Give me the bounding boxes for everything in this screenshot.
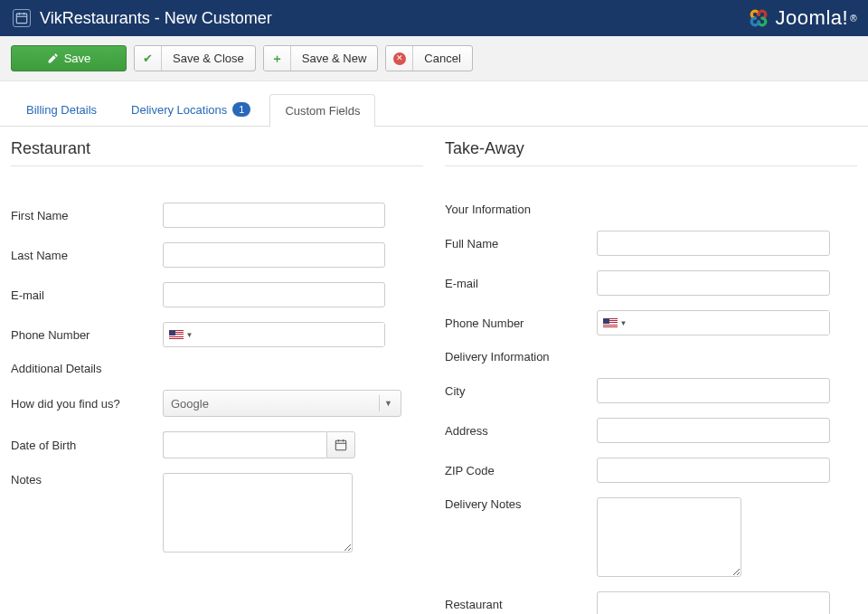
label-delivery-notes: Delivery Notes <box>445 497 597 511</box>
calendar-icon <box>335 439 347 451</box>
label-dob: Date of Birth <box>11 439 163 452</box>
label-phone: Phone Number <box>11 328 163 342</box>
ta-phone-field: ▼ <box>597 310 830 335</box>
cancel-label: Cancel <box>413 46 471 71</box>
save-new-label: Save & New <box>291 46 378 71</box>
svg-rect-4 <box>335 440 345 450</box>
registered-mark: ® <box>850 14 857 24</box>
how-find-value: Google <box>171 397 379 411</box>
restaurant-section: Restaurant First Name Last Name E-mail P… <box>11 139 423 614</box>
phone-country-selector[interactable]: ▼ <box>164 323 198 346</box>
zip-input[interactable] <box>597 458 830 483</box>
delivery-info-heading: Delivery Information <box>445 350 857 364</box>
tab-custom-fields[interactable]: Custom Fields <box>269 94 375 127</box>
label-zip: ZIP Code <box>445 464 597 477</box>
save-new-button[interactable]: ＋ Save & New <box>263 45 379 71</box>
svg-rect-0 <box>16 14 26 24</box>
form-content: Restaurant First Name Last Name E-mail P… <box>0 127 868 614</box>
label-notes: Notes <box>11 473 163 486</box>
label-city: City <box>445 384 597 398</box>
city-input[interactable] <box>597 378 830 403</box>
delivery-count-badge: 1 <box>232 102 250 117</box>
how-find-select[interactable]: Google ▼ <box>163 390 401 417</box>
dob-calendar-button[interactable] <box>326 431 355 458</box>
joomla-logo: Joomla!® <box>747 6 857 30</box>
flag-us-icon <box>603 318 618 328</box>
label-last-name: Last Name <box>11 249 163 262</box>
label-email: E-mail <box>11 288 163 302</box>
address-input[interactable] <box>597 418 830 443</box>
additional-details-heading: Additional Details <box>11 362 423 375</box>
pencil-icon <box>47 52 59 64</box>
chevron-down-icon: ▼ <box>620 319 627 327</box>
admin-header: VikRestaurants - New Customer Joomla!® <box>0 0 868 36</box>
ta-phone-input[interactable] <box>632 311 829 335</box>
label-ta-email: E-mail <box>445 277 597 290</box>
tab-billing-details[interactable]: Billing Details <box>11 93 112 126</box>
tab-billing-label: Billing Details <box>26 103 97 117</box>
joomla-mark-icon <box>747 6 770 30</box>
cancel-icon <box>386 46 413 71</box>
notes-textarea[interactable] <box>163 473 353 553</box>
chevron-down-icon: ▼ <box>186 331 193 339</box>
cancel-button[interactable]: Cancel <box>385 45 472 71</box>
tab-custom-label: Custom Fields <box>285 104 360 118</box>
label-ta-phone: Phone Number <box>445 316 597 330</box>
flag-us-icon <box>169 330 184 340</box>
save-close-label: Save & Close <box>162 46 255 71</box>
full-name-input[interactable] <box>597 231 830 256</box>
ta-phone-country-selector[interactable]: ▼ <box>598 311 632 335</box>
label-address: Address <box>445 424 597 438</box>
calendar-icon <box>13 9 31 27</box>
label-ta-restaurant: Restaurant <box>445 598 597 611</box>
phone-field: ▼ <box>163 322 385 347</box>
dob-field <box>163 431 355 458</box>
page-title: VikRestaurants - New Customer <box>40 9 747 28</box>
check-icon: ✔ <box>135 46 162 71</box>
takeaway-heading: Take-Away <box>445 139 857 166</box>
dob-input[interactable] <box>163 431 326 458</box>
delivery-notes-textarea[interactable] <box>597 497 741 577</box>
restaurant-heading: Restaurant <box>11 139 423 166</box>
phone-input[interactable] <box>198 323 384 346</box>
action-toolbar: Save ✔ Save & Close ＋ Save & New Cancel <box>0 36 868 81</box>
label-how-find: How did you find us? <box>11 397 163 411</box>
tab-delivery-label: Delivery Locations <box>131 103 227 117</box>
last-name-input[interactable] <box>163 242 385 268</box>
email-input[interactable] <box>163 282 385 307</box>
label-full-name: Full Name <box>445 237 597 250</box>
your-info-heading: Your Information <box>445 203 857 216</box>
tab-delivery-locations[interactable]: Delivery Locations 1 <box>116 92 266 126</box>
ta-email-input[interactable] <box>597 270 830 296</box>
save-label: Save <box>64 52 91 65</box>
tab-bar: Billing Details Delivery Locations 1 Cus… <box>0 81 868 127</box>
ta-restaurant-input[interactable] <box>597 591 830 614</box>
plus-icon: ＋ <box>264 46 291 71</box>
brand-name: Joomla! <box>776 6 849 30</box>
chevron-down-icon: ▼ <box>379 395 397 411</box>
save-close-button[interactable]: ✔ Save & Close <box>134 45 256 71</box>
label-first-name: First Name <box>11 209 163 222</box>
save-button[interactable]: Save <box>11 45 127 71</box>
first-name-input[interactable] <box>163 203 385 228</box>
takeaway-section: Take-Away Your Information Full Name E-m… <box>445 139 857 614</box>
